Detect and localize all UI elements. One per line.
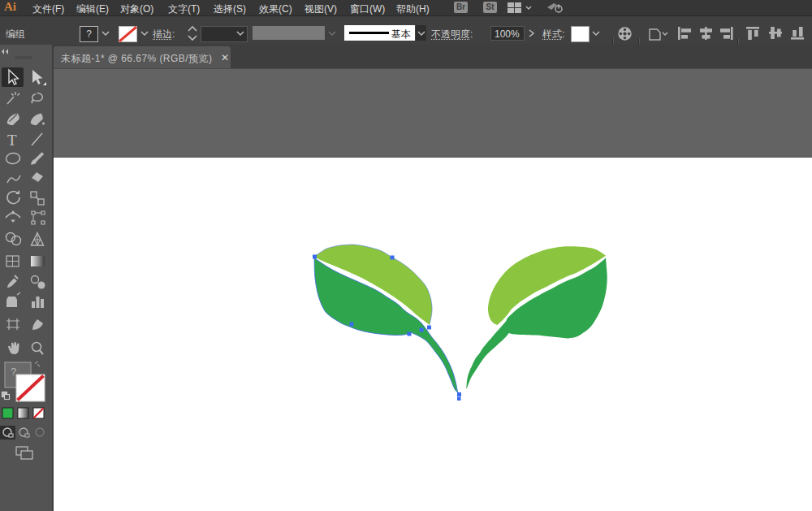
svg-text:T: T [7,132,17,149]
svg-text:?: ? [11,366,16,378]
